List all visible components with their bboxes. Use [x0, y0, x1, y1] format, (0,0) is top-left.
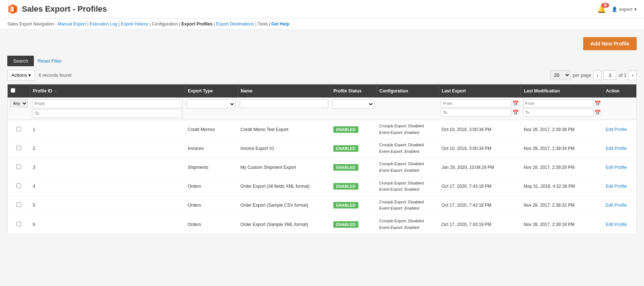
- row-name: Invoice Export #1: [237, 139, 330, 158]
- row-name: Order Export (Sample XML format): [237, 215, 330, 234]
- table-row: 5 Orders Order Export (Sample CSV format…: [8, 196, 637, 215]
- table-row: 6 Orders Order Export (Sample XML format…: [8, 215, 637, 234]
- row-status: ENABLED: [330, 196, 376, 215]
- row-configuration: Cronjob Export: Disabled Event Export: E…: [376, 196, 439, 215]
- row-name: Credit Memo Test Export: [237, 120, 330, 139]
- col-checkbox: [8, 84, 30, 98]
- row-last-export: Oct 10, 2019, 3:00:34 PM: [439, 120, 521, 139]
- app-logo: [7, 4, 18, 15]
- row-checkbox-2[interactable]: [16, 164, 21, 169]
- row-export-type: Invoices: [185, 139, 237, 158]
- user-menu[interactable]: 👤 export ▾: [612, 7, 637, 12]
- row-profile-id: 2: [30, 139, 185, 158]
- edit-profile-link[interactable]: Edit Profile: [606, 222, 627, 227]
- nav-prefix: Sales Export Navigation -: [7, 21, 58, 27]
- row-checkbox-0[interactable]: [16, 127, 21, 131]
- config-text: Cronjob Export: Disabled Event Export: E…: [379, 142, 436, 155]
- last-mod-to-cal-icon[interactable]: 📅: [594, 110, 601, 115]
- last-mod-from-input[interactable]: [523, 99, 593, 107]
- row-profile-id: 3: [30, 158, 185, 177]
- row-status: ENABLED: [330, 177, 376, 196]
- config-line1: Cronjob Export: Disabled: [379, 161, 436, 167]
- search-button[interactable]: Search: [7, 56, 34, 66]
- sort-profile-id-icon[interactable]: ↓: [55, 89, 57, 93]
- row-configuration: Cronjob Export: Disabled Event Export: E…: [376, 215, 439, 234]
- status-filter-select[interactable]: ENABLED DISABLED: [333, 99, 374, 109]
- prev-page-button[interactable]: ‹: [593, 71, 601, 80]
- export-type-filter-select[interactable]: Credit Memos Invoices Shipments Orders: [187, 99, 235, 109]
- nav-export-history[interactable]: Export History: [121, 21, 148, 27]
- profile-id-to-input[interactable]: [32, 109, 182, 118]
- name-filter-input[interactable]: [240, 99, 328, 108]
- config-line2: Event Export: Enabled: [379, 186, 436, 193]
- col-configuration: Configuration: [376, 84, 439, 98]
- nav-execution-log[interactable]: Execution Log: [90, 21, 117, 27]
- row-last-modification: Nov 28, 2017, 2:39:18 PM: [521, 215, 603, 234]
- last-mod-to-input[interactable]: [523, 108, 593, 116]
- page-number-input[interactable]: [604, 71, 616, 80]
- profile-id-from-input[interactable]: [32, 99, 182, 108]
- nav-manual-export[interactable]: Manual Export: [58, 21, 86, 27]
- select-all-checkbox[interactable]: [11, 88, 15, 93]
- row-profile-id: 5: [30, 196, 185, 215]
- row-last-modification: Nov 28, 2017, 2:39:34 PM: [521, 139, 603, 158]
- row-export-type: Orders: [185, 177, 237, 196]
- config-text: Cronjob Export: Disabled Event Export: E…: [379, 199, 436, 212]
- reset-filter-button[interactable]: Reset Filter: [38, 58, 62, 64]
- filter-cell-profile-id: [30, 98, 185, 120]
- top-bar-right: 🔔 38 👤 export ▾: [597, 5, 637, 13]
- last-mod-to-wrap: 📅: [523, 108, 601, 116]
- row-checkbox-4[interactable]: [16, 202, 21, 207]
- table-row: 2 Invoices Invoice Export #1 ENABLED Cro…: [8, 139, 637, 158]
- last-export-to-input[interactable]: [441, 108, 511, 116]
- row-profile-id: 4: [30, 177, 185, 196]
- edit-profile-link[interactable]: Edit Profile: [606, 184, 627, 189]
- last-mod-from-cal-icon[interactable]: 📅: [594, 100, 601, 106]
- nav-tools: Tools: [258, 21, 268, 27]
- nav-configuration: Configuration: [152, 21, 178, 27]
- config-text: Cronjob Export: Disabled Event Export: E…: [379, 218, 436, 231]
- last-export-from-wrap: 📅: [441, 99, 518, 107]
- status-badge: ENABLED: [333, 221, 358, 228]
- svg-rect-3: [12, 7, 14, 11]
- row-checkbox-5[interactable]: [16, 222, 21, 226]
- edit-profile-link[interactable]: Edit Profile: [606, 127, 627, 132]
- row-checkbox-3[interactable]: [16, 183, 21, 188]
- notification-badge: 38: [601, 3, 609, 8]
- row-export-type: Credit Memos: [185, 120, 237, 139]
- page-title: Sales Export - Profiles: [22, 4, 107, 14]
- nav-export-profiles[interactable]: Export Profiles: [181, 21, 212, 27]
- per-page-label: per page: [573, 72, 591, 78]
- actions-button[interactable]: Actions ▾: [7, 70, 35, 80]
- profiles-table: Profile ID ↓ Export Type Name Profile St…: [7, 84, 637, 234]
- edit-profile-link[interactable]: Edit Profile: [606, 146, 627, 151]
- add-new-profile-button[interactable]: Add New Profile: [583, 37, 637, 50]
- edit-profile-link[interactable]: Edit Profile: [606, 165, 627, 170]
- last-export-to-cal-icon[interactable]: 📅: [513, 110, 519, 115]
- row-action: Edit Profile: [603, 158, 636, 177]
- config-text: Cronjob Export: Disabled Event Export: E…: [379, 180, 436, 193]
- row-status: ENABLED: [330, 158, 376, 177]
- last-export-from-input[interactable]: [441, 99, 511, 107]
- next-page-button[interactable]: ›: [629, 71, 637, 80]
- row-export-type: Orders: [185, 215, 237, 234]
- notification-bell[interactable]: 🔔 38: [597, 5, 606, 13]
- col-export-type: Export Type: [185, 84, 237, 98]
- edit-profile-link[interactable]: Edit Profile: [606, 203, 627, 208]
- filter-cell-export-type: Credit Memos Invoices Shipments Orders: [185, 98, 237, 120]
- row-last-modification: Nov 28, 2017, 2:39:29 PM: [521, 158, 603, 177]
- actions-bar: Actions ▾ 6 records found 20 50 100 per …: [7, 70, 637, 80]
- any-select[interactable]: Any: [10, 99, 28, 107]
- nav-get-help[interactable]: Get Help: [271, 21, 289, 27]
- nav-export-destinations[interactable]: Export Destinations: [216, 21, 254, 27]
- filter-cell-last-export: 📅 📅: [439, 98, 521, 120]
- per-page-select[interactable]: 20 50 100: [550, 70, 570, 80]
- filter-cell-action: [603, 98, 636, 120]
- col-last-export: Last Export: [439, 84, 521, 98]
- row-checkbox-1[interactable]: [16, 146, 21, 150]
- row-export-type: Shipments: [185, 158, 237, 177]
- row-action: Edit Profile: [603, 215, 636, 234]
- table-header-row: Profile ID ↓ Export Type Name Profile St…: [8, 84, 637, 98]
- user-label: export: [619, 7, 632, 12]
- last-export-from-cal-icon[interactable]: 📅: [513, 100, 519, 106]
